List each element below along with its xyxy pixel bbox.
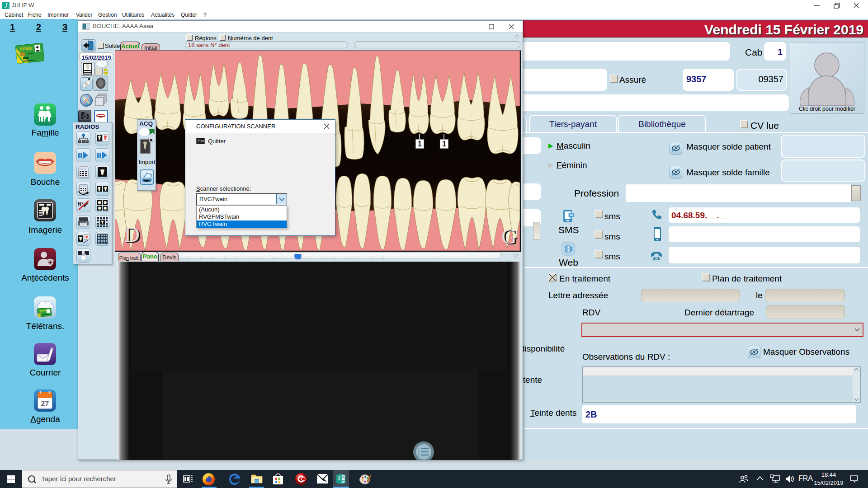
- svg-text:D: D: [124, 223, 140, 246]
- svg-text:1: 1: [418, 447, 420, 450]
- svg-text:27: 27: [41, 400, 49, 408]
- svg-text:1: 1: [418, 140, 422, 148]
- svg-text:3: 3: [418, 454, 420, 457]
- svg-text:2: 2: [418, 450, 420, 454]
- svg-text:1: 1: [442, 140, 446, 148]
- svg-text:J: J: [5, 2, 8, 9]
- svg-text:Vitale: Vitale: [39, 309, 47, 312]
- svg-text:G: G: [501, 225, 517, 248]
